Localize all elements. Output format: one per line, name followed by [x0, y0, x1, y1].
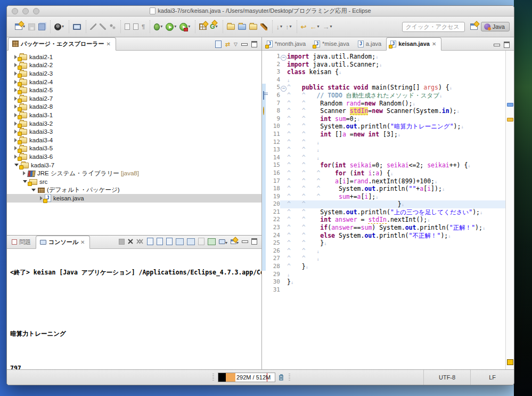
- code-line[interactable]: 3class keisan {↓: [262, 68, 505, 76]
- clear-console-button[interactable]: [147, 238, 153, 245]
- expand-arrow-icon[interactable]: [23, 171, 26, 175]
- project-tree[interactable]: kadai2-1 kadai2-2: [7, 51, 261, 235]
- open-perspective-button[interactable]: [469, 22, 479, 31]
- code-line[interactable]: 30}↓: [262, 278, 505, 286]
- code-line[interactable]: 29↓: [262, 271, 505, 279]
- word-wrap-button[interactable]: [166, 238, 173, 245]
- maximize-view-button[interactable]: [251, 238, 257, 245]
- expand-arrow-icon[interactable]: [14, 130, 17, 134]
- heap-status-widget[interactable]: 292M / 512M: [211, 373, 292, 382]
- tab-month-java[interactable]: J *month.java: [263, 38, 310, 50]
- close-icon[interactable]: ✕: [80, 239, 85, 245]
- drag-handle[interactable]: [212, 374, 214, 381]
- code-line[interactable]: 19^ ^ ^ sum+=a[i];↓: [262, 193, 505, 201]
- profile-button[interactable]: ▾: [178, 22, 191, 32]
- fold-collapse-icon[interactable]: −: [281, 55, 287, 61]
- warning-marker[interactable]: [507, 118, 513, 122]
- code-line[interactable]: 27^ ^ ↓: [262, 255, 505, 263]
- tree-item-src[interactable]: src: [7, 177, 261, 186]
- code-line[interactable]: 24^ ^ else System.out.println("不正解！");↓: [262, 232, 505, 240]
- save-all-button[interactable]: [37, 22, 46, 31]
- debug-button[interactable]: ▾: [153, 22, 163, 31]
- task-marker-icon[interactable]: [263, 91, 264, 100]
- code-line[interactable]: 15^ ^ for(int seikai=0; seikai<=2; seika…: [262, 161, 505, 169]
- tab-mise-java[interactable]: J *mise.java: [310, 38, 354, 50]
- occurrence-marker[interactable]: [507, 103, 513, 107]
- expand-arrow-icon[interactable]: [14, 122, 17, 126]
- last-edit-location-button[interactable]: ↩: [300, 22, 308, 31]
- expand-arrow-icon[interactable]: [14, 71, 17, 76]
- tree-item-project[interactable]: kadai3-3: [7, 127, 261, 136]
- code-line[interactable]: 16^ ^ ^ for (int i:a) {↓: [262, 169, 505, 177]
- expand-arrow-icon[interactable]: [14, 146, 17, 150]
- expand-arrow-icon[interactable]: [14, 80, 17, 84]
- code-line[interactable]: 31: [262, 286, 505, 294]
- close-button[interactable]: [12, 8, 18, 14]
- save-console-button[interactable]: [198, 238, 204, 245]
- garbage-collect-icon[interactable]: [277, 373, 285, 382]
- pin-console-button[interactable]: [208, 238, 216, 245]
- close-icon[interactable]: ✕: [432, 41, 436, 47]
- tree-item-project[interactable]: kadai2-8: [7, 103, 261, 111]
- close-icon[interactable]: ✕: [107, 41, 111, 47]
- tree-item-default-package[interactable]: (デフォルト・パッケージ): [7, 186, 261, 195]
- zoom-button[interactable]: [33, 8, 39, 14]
- code-line[interactable]: 20^ ^ }↓: [262, 200, 505, 208]
- tree-item-project[interactable]: kadai3-6: [7, 152, 261, 161]
- code-line[interactable]: 6^ ^ // TODO 自動生成されたメソッド・スタブ↓: [262, 92, 505, 100]
- expand-arrow-icon[interactable]: [14, 88, 17, 92]
- tree-item-project[interactable]: kadai2-1: [7, 53, 261, 61]
- code-line[interactable]: 5−^ public static void main(String[] arg…: [262, 84, 505, 92]
- tree-item-project-expanded[interactable]: kadai3-7: [7, 161, 261, 169]
- expand-arrow-icon[interactable]: [14, 96, 17, 101]
- bullets-button[interactable]: [108, 22, 117, 31]
- tree-item-keisan-java[interactable]: J keisan.java: [7, 194, 261, 203]
- tree-item-project[interactable]: kadai2-2: [7, 61, 261, 70]
- forward-button[interactable]: →▾: [322, 22, 333, 31]
- overview-ruler[interactable]: [505, 51, 514, 369]
- new-class-button[interactable]: G▾: [209, 22, 218, 31]
- open-console-dropdown[interactable]: ▾: [231, 237, 239, 246]
- tree-item-project[interactable]: kadai2-5: [7, 86, 261, 94]
- previous-annotation-button[interactable]: ↑▾: [284, 22, 293, 31]
- tree-item-project[interactable]: kadai2-3: [7, 69, 261, 78]
- collapse-arrow-icon[interactable]: [14, 164, 19, 166]
- tree-item-project[interactable]: kadai2-7: [7, 94, 261, 103]
- quickfix-bulb-icon[interactable]: [263, 107, 264, 115]
- new-wizard-button[interactable]: ▾: [14, 22, 26, 31]
- show-stdout-button[interactable]: [176, 238, 184, 245]
- remote-desktop-button[interactable]: [72, 23, 82, 31]
- expand-arrow-icon[interactable]: [14, 63, 17, 67]
- tab-problems[interactable]: 問題: [8, 236, 36, 248]
- code-line[interactable]: 17^ ^ ^ a[i]=rand.nextInt(899)+100;↓: [262, 177, 505, 185]
- code-line[interactable]: 10^ ^ System.out.println("暗算力トレーニング");↓: [262, 123, 505, 131]
- scroll-lock-button[interactable]: [157, 238, 163, 245]
- tree-item-project[interactable]: kadai2-4: [7, 78, 261, 86]
- remove-all-launches-button[interactable]: [136, 239, 144, 244]
- next-annotation-button[interactable]: ↓▾: [275, 22, 284, 31]
- terminate-button[interactable]: [119, 239, 125, 245]
- code-line[interactable]: 11^ ^ int []a =new int [3];↓: [262, 131, 505, 139]
- doc-button[interactable]: [132, 22, 140, 31]
- expand-arrow-icon[interactable]: [14, 55, 17, 59]
- code-line[interactable]: 23^ ^ if(answer==sum) System.out.println…: [262, 224, 505, 232]
- expand-arrow-icon[interactable]: [14, 113, 17, 117]
- expand-arrow-icon[interactable]: [14, 138, 17, 142]
- code-line[interactable]: 9^ ^ int sum=0;↓: [262, 115, 505, 123]
- tree-item-project[interactable]: kadai3-5: [7, 144, 261, 153]
- maximize-editor-button[interactable]: [504, 42, 510, 48]
- code-editor[interactable]: 1−import java.util.Random;↓2import java.…: [262, 51, 505, 369]
- minimize-editor-button[interactable]: [494, 44, 500, 46]
- expand-arrow-icon[interactable]: [14, 104, 17, 109]
- open-task-button[interactable]: [226, 23, 236, 31]
- encoding-indicator[interactable]: UTF-8: [423, 370, 470, 385]
- view-menu-button[interactable]: ▽: [234, 42, 238, 47]
- show-stderr-button[interactable]: [187, 238, 195, 245]
- code-line[interactable]: 25^ ^ }↓: [262, 239, 505, 247]
- overview-annotation-icon[interactable]: [507, 359, 513, 365]
- titlebar[interactable]: kadai3-7/src/keisan.java - /Users/masyut…: [7, 6, 514, 17]
- expand-arrow-icon[interactable]: [40, 196, 43, 200]
- import-button[interactable]: [237, 23, 247, 31]
- quick-access-input[interactable]: [402, 22, 465, 32]
- code-line[interactable]: 2import java.util.Scanner;↓: [262, 61, 505, 69]
